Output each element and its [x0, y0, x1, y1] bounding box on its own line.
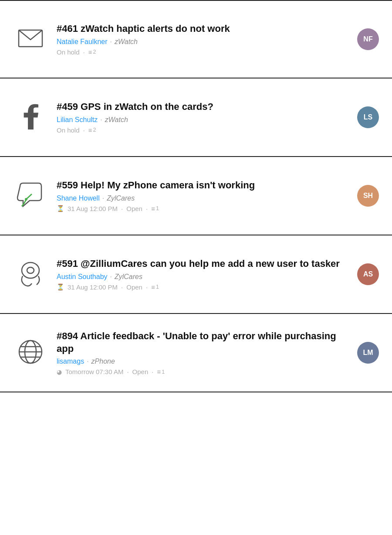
phone-icon	[17, 259, 45, 290]
ticket-meta-row: Austin Southaby · ZylCares	[57, 273, 348, 281]
ticket-product: ZylCares	[107, 194, 135, 202]
ticket-requester[interactable]: lisamags	[57, 358, 84, 365]
ticket-requester[interactable]: Lilian Schultz	[57, 116, 98, 124]
ticket-item[interactable]: #591 @ZilliumCares can you help me add a…	[0, 235, 392, 314]
avatar: LM	[357, 342, 379, 364]
ticket-title: #459 GPS in zWatch on the cards?	[57, 101, 348, 113]
globe-icon	[17, 338, 45, 368]
ticket-product: zWatch	[115, 38, 138, 46]
chat-icon	[17, 181, 45, 211]
ticket-title: #894 Article feedback - 'Unable to pay' …	[57, 330, 348, 355]
ticket-item[interactable]: #894 Article feedback - 'Unable to pay' …	[0, 314, 392, 392]
ticket-requester[interactable]: Shane Howell	[57, 194, 100, 202]
ticket-status-row: ⏳ 31 Aug 12:00 PM · Open · ≡1	[57, 205, 348, 212]
snoozed-icon: ◕	[57, 368, 62, 375]
ticket-item[interactable]: #459 GPS in zWatch on the cards? Lilian …	[0, 78, 392, 157]
ticket-item[interactable]: #559 Help! My zPhone camera isn't workin…	[0, 157, 392, 235]
ticket-title: #559 Help! My zPhone camera isn't workin…	[57, 179, 348, 192]
clock-icon: ⏳	[57, 205, 64, 212]
ticket-content: #459 GPS in zWatch on the cards? Lilian …	[57, 101, 348, 134]
timestamp: 31 Aug 12:00 PM	[68, 205, 118, 212]
channel-icon	[13, 103, 48, 131]
ticket-content: #591 @ZilliumCares can you help me add a…	[57, 258, 348, 291]
status-text: Open	[126, 283, 142, 291]
ticket-requester[interactable]: Natalie Faulkner	[57, 38, 108, 46]
ticket-status-row: On hold · ≡2	[57, 126, 348, 134]
ticket-product: zPhone	[91, 358, 115, 365]
ticket-status-row: ◕ Tomorrow 07:30 AM · Open · ≡1	[57, 368, 348, 375]
timestamp: 31 Aug 12:00 PM	[68, 283, 118, 291]
channel-icon	[13, 181, 48, 211]
svg-point-2	[22, 262, 39, 278]
ticket-content: #461 zWatch haptic alerts do not work Na…	[57, 23, 348, 56]
svg-point-1	[25, 198, 27, 201]
ticket-title: #591 @ZilliumCares can you help me add a…	[57, 258, 348, 270]
status-text: Open	[126, 205, 142, 212]
replies-count: ≡2	[88, 48, 96, 56]
ticket-list: #461 zWatch haptic alerts do not work Na…	[0, 0, 392, 392]
ticket-requester[interactable]: Austin Southaby	[57, 273, 108, 281]
status-text: On hold	[57, 48, 80, 56]
ticket-status-row: ⏳ 31 Aug 12:00 PM · Open · ≡1	[57, 283, 348, 291]
avatar: LS	[357, 106, 379, 128]
clock-icon: ⏳	[57, 283, 64, 290]
ticket-product: ZylCares	[115, 273, 142, 281]
ticket-title: #461 zWatch haptic alerts do not work	[57, 23, 348, 35]
avatar: NF	[357, 28, 379, 50]
email-icon	[17, 27, 44, 51]
status-text: Open	[132, 368, 149, 375]
ticket-item[interactable]: #461 zWatch haptic alerts do not work Na…	[0, 0, 392, 78]
ticket-status-row: On hold · ≡2	[57, 48, 348, 56]
ticket-content: #559 Help! My zPhone camera isn't workin…	[57, 179, 348, 212]
replies-count: ≡1	[151, 205, 159, 212]
facebook-icon	[21, 103, 41, 131]
channel-icon	[13, 338, 48, 368]
replies-count: ≡1	[151, 283, 159, 291]
ticket-content: #894 Article feedback - 'Unable to pay' …	[57, 330, 348, 375]
ticket-meta-row: lisamags · zPhone	[57, 358, 348, 365]
replies-count: ≡1	[157, 368, 165, 375]
ticket-meta-row: Shane Howell · ZylCares	[57, 194, 348, 202]
channel-icon	[13, 259, 48, 290]
timestamp: Tomorrow 07:30 AM	[65, 368, 123, 375]
ticket-meta-row: Lilian Schultz · zWatch	[57, 116, 348, 124]
svg-point-3	[27, 267, 34, 273]
channel-icon	[13, 27, 48, 51]
ticket-product: zWatch	[105, 116, 128, 124]
avatar: SH	[357, 185, 379, 207]
ticket-meta-row: Natalie Faulkner · zWatch	[57, 38, 348, 46]
status-text: On hold	[57, 126, 80, 134]
avatar: AS	[357, 263, 379, 285]
replies-count: ≡2	[88, 126, 96, 134]
